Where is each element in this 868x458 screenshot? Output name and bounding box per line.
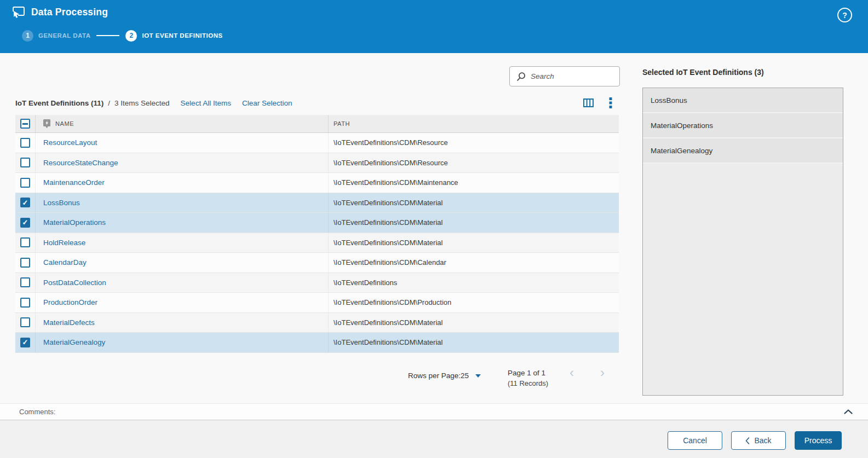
cancel-button-label: Cancel [683, 436, 707, 445]
row-name-link[interactable]: PostDataCollection [43, 279, 106, 287]
list-toolbar: IoT Event Definitions (11) / 3 Items Sel… [15, 95, 619, 111]
process-button-label: Process [804, 436, 832, 445]
row-name-link[interactable]: MaterialGenealogy [43, 338, 105, 346]
rows-per-page-dropdown[interactable]: Rows per Page:25 [408, 372, 481, 380]
help-icon[interactable]: ? [837, 8, 852, 22]
select-all-link[interactable]: Select All Items [181, 99, 231, 107]
search-input[interactable] [526, 72, 632, 80]
row-checkbox[interactable] [20, 237, 30, 247]
table-row[interactable]: ResourceLayout \IoTEventDefinitions\CDM\… [15, 133, 619, 153]
app-header: Data Processing ? 1 GENERAL DATA 2 IOT E… [0, 0, 868, 53]
row-name-link[interactable]: ResourceLayout [43, 138, 97, 147]
row-checkbox[interactable] [20, 277, 30, 287]
table-row[interactable]: ProductionOrder \IoTEventDefinitions\CDM… [15, 293, 619, 313]
table-header: NAME PATH [15, 115, 619, 133]
row-name-link[interactable]: CalendarDay [43, 258, 87, 266]
page-title: Data Processing [31, 7, 108, 18]
row-checkbox[interactable] [20, 158, 30, 167]
footer-bar: Cancel Back Process [0, 420, 868, 458]
row-name-link[interactable]: ResourceStateChange [43, 159, 118, 167]
step-1-circle[interactable]: 1 [22, 30, 33, 42]
selected-item-label: MaterialOperations [651, 121, 713, 130]
table-row[interactable]: MaterialDefects \IoTEventDefinitions\CDM… [15, 313, 619, 333]
comments-bar[interactable]: Comments: [0, 403, 868, 420]
row-name-link[interactable]: MaterialDefects [43, 318, 95, 327]
selected-panel-title: Selected IoT Event Definitions (3) [642, 68, 764, 77]
selected-item[interactable]: MaterialGenealogy [643, 138, 843, 164]
next-page-icon[interactable]: › [600, 365, 605, 380]
column-header-path[interactable]: PATH [334, 120, 350, 127]
row-path: \IoTEventDefinitions\CDM\Resource [329, 133, 619, 153]
row-path: \IoTEventDefinitions\CDM\Calendar [329, 253, 619, 273]
pinned-column-icon [43, 119, 50, 129]
row-path: \IoTEventDefinitions\CDM\Material [329, 213, 619, 233]
row-path: \IoTEventDefinitions\CDM\Material [329, 333, 619, 352]
back-button[interactable]: Back [731, 431, 786, 450]
page-label: Page 1 of 1 [508, 368, 548, 378]
search-icon [515, 71, 526, 82]
back-button-label: Back [754, 436, 771, 445]
row-path: \IoTEventDefinitions\CDM\Material [329, 233, 619, 253]
selected-item-label: MaterialGenealogy [651, 147, 712, 155]
wizard-steps: 1 GENERAL DATA 2 IOT EVENT DEFINITIONS [22, 29, 223, 42]
step-2-label: IOT EVENT DEFINITIONS [142, 32, 222, 39]
chevron-left-icon [745, 437, 750, 444]
row-name-link[interactable]: HoldRelease [43, 239, 85, 247]
rows-per-page-label: Rows per Page: [408, 372, 461, 380]
row-checkbox[interactable] [20, 258, 30, 268]
clear-selection-link[interactable]: Clear Selection [242, 99, 292, 107]
row-path: \IoTEventDefinitions [329, 273, 619, 293]
table-row[interactable]: MaterialGenealogy \IoTEventDefinitions\C… [15, 333, 619, 353]
table-row[interactable]: PostDataCollection \IoTEventDefinitions [15, 273, 619, 293]
table-row[interactable]: MaintenanceOrder \IoTEventDefinitions\CD… [15, 173, 619, 193]
app-title-row: Data Processing [12, 6, 108, 18]
row-checkbox[interactable] [20, 317, 30, 327]
row-checkbox[interactable] [20, 298, 30, 308]
process-button[interactable]: Process [795, 431, 842, 450]
step-2-circle: 2 [125, 30, 137, 42]
selected-item[interactable]: MaterialOperations [643, 113, 843, 138]
selected-item-label: LossBonus [651, 96, 687, 105]
row-name-link[interactable]: MaintenanceOrder [43, 178, 105, 187]
table-row[interactable]: HoldRelease \IoTEventDefinitions\CDM\Mat… [15, 233, 619, 253]
rows-per-page-value[interactable]: 25 [461, 372, 469, 380]
table-row[interactable]: ResourceStateChange \IoTEventDefinitions… [15, 153, 619, 173]
select-all-checkbox[interactable] [20, 119, 30, 129]
selected-list: LossBonus MaterialOperations MaterialGen… [642, 88, 843, 396]
comments-label: Comments: [19, 408, 55, 416]
row-path: \IoTEventDefinitions\CDM\Resource [329, 153, 619, 173]
row-checkbox[interactable] [20, 138, 30, 148]
row-checkbox[interactable] [20, 218, 30, 228]
prev-page-icon[interactable]: ‹ [570, 365, 574, 380]
column-header-name[interactable]: NAME [55, 120, 74, 127]
selected-item[interactable]: LossBonus [643, 88, 843, 113]
row-name-link[interactable]: LossBonus [43, 199, 80, 207]
triangle-down-icon [475, 374, 481, 378]
pagination-bar: Rows per Page:25 Page 1 of 1 (11 Records… [15, 364, 619, 392]
records-label: (11 Records) [508, 378, 548, 389]
table-row[interactable]: CalendarDay \IoTEventDefinitions\CDM\Cal… [15, 253, 619, 273]
row-checkbox[interactable] [20, 198, 30, 207]
step-1-label[interactable]: GENERAL DATA [38, 32, 90, 39]
cancel-button[interactable]: Cancel [668, 431, 722, 450]
chevron-up-icon[interactable] [844, 409, 853, 414]
table-body: ResourceLayout \IoTEventDefinitions\CDM\… [15, 133, 619, 353]
row-name-link[interactable]: ProductionOrder [43, 298, 97, 306]
row-path: \IoTEventDefinitions\CDM\Production [329, 293, 619, 312]
toolbar-icons [583, 97, 619, 109]
row-path: \IoTEventDefinitions\CDM\Maintenance [329, 173, 619, 193]
table-row[interactable]: LossBonus \IoTEventDefinitions\CDM\Mater… [15, 193, 619, 213]
search-box[interactable] [509, 66, 620, 86]
selection-summary: 3 Items Selected [114, 99, 170, 107]
page-info: Page 1 of 1 (11 Records) [508, 368, 548, 389]
list-title: IoT Event Definitions (11) [15, 99, 104, 107]
row-checkbox[interactable] [20, 178, 30, 188]
row-name-link[interactable]: MaterialOperations [43, 218, 106, 227]
row-checkbox[interactable] [20, 338, 30, 347]
step-connector [96, 35, 119, 36]
column-chooser-icon[interactable] [583, 97, 594, 108]
selection-separator: / [108, 99, 110, 107]
more-menu-icon[interactable] [609, 97, 612, 109]
main-content: IoT Event Definitions (11) / 3 Items Sel… [0, 53, 868, 403]
table-row[interactable]: MaterialOperations \IoTEventDefinitions\… [15, 213, 619, 233]
